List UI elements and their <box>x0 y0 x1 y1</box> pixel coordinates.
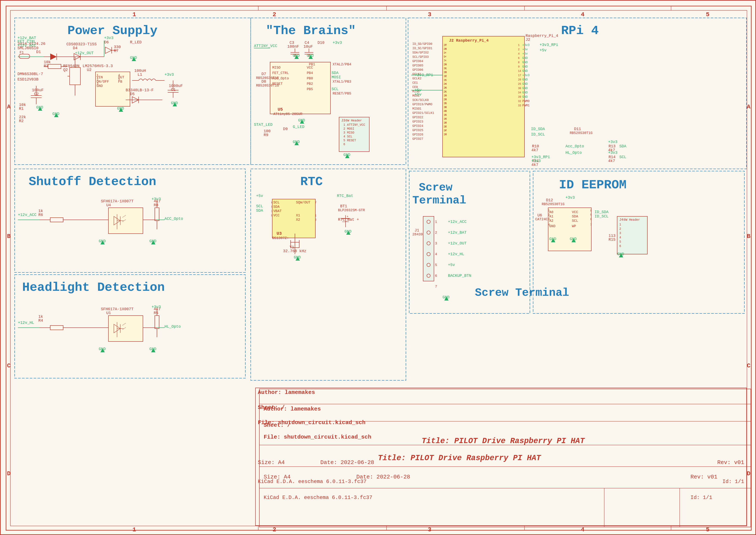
svg-text:VCC: VCC <box>273 213 280 217</box>
svg-rect-346 <box>251 169 406 380</box>
svg-text:MOSI: MOSI <box>412 94 420 98</box>
svg-text:C: C <box>7 362 11 369</box>
svg-rect-337 <box>155 316 159 328</box>
svg-text:PWMO: PWMO <box>522 99 530 103</box>
svg-text:1k: 1k <box>39 209 43 213</box>
svg-text:+3v3_RPi: +3v3_RPi <box>540 43 558 47</box>
svg-text:RPi 4: RPi 4 <box>561 24 599 38</box>
svg-text:5: 5 <box>706 11 710 18</box>
svg-text:R13: R13 <box>608 144 615 149</box>
svg-text:Y1: Y1 <box>289 245 294 249</box>
title-block-container: Author: lamemakes Sheet: / File: shutdow… <box>255 388 747 526</box>
svg-text:CE1: CE1 <box>412 81 418 85</box>
title-block-sheet: Sheet: / <box>258 404 285 411</box>
svg-rect-57 <box>48 64 61 69</box>
svg-text:1: 1 <box>96 73 98 77</box>
svg-text:GPIO06: GPIO06 <box>412 68 423 71</box>
svg-text:C4: C4 <box>305 41 309 45</box>
svg-text:+5v: +5v <box>256 194 263 198</box>
main-title-value: PILOT Drive Raspberry PI HAT <box>454 436 585 445</box>
svg-text:15: 15 <box>444 114 447 117</box>
svg-text:3: 3 <box>428 526 432 533</box>
svg-text:×: × <box>445 121 446 125</box>
svg-marker-111 <box>54 113 58 117</box>
svg-text:+12v_OUT: +12v_OUT <box>75 51 94 55</box>
svg-text:R14: R14 <box>608 155 615 159</box>
svg-text:GCLK2: GCLK2 <box>412 77 421 80</box>
svg-marker-113 <box>119 108 123 112</box>
svg-text:+12v_BAT: +12v_BAT <box>448 230 467 235</box>
svg-marker-324 <box>114 324 120 333</box>
svg-text:×: × <box>445 43 446 47</box>
svg-text:U4: U4 <box>106 203 111 207</box>
svg-text:X2: X2 <box>296 218 300 222</box>
svg-text:3: 3 <box>271 210 273 213</box>
svg-text:R9: R9 <box>264 133 268 137</box>
svg-text:GND: GND <box>522 78 528 81</box>
svg-text:+12v_HL: +12v_HL <box>18 321 34 325</box>
svg-text:GND: GND <box>149 347 156 351</box>
svg-rect-381 <box>291 242 299 248</box>
svg-text:VIN: VIN <box>96 75 103 79</box>
svg-text:GND: GND <box>52 112 59 116</box>
svg-text:RB520S30T1G: RB520S30T1G <box>256 84 279 88</box>
svg-text:100nF: 100nF <box>287 44 299 49</box>
svg-text:GND: GND <box>522 69 528 73</box>
svg-text:Q2: Q2 <box>63 68 68 72</box>
svg-text:1: 1 <box>133 11 136 18</box>
svg-text:GND: GND <box>298 118 305 123</box>
svg-text:D9: D9 <box>283 127 288 131</box>
svg-text:R10: R10 <box>532 144 539 149</box>
svg-text:11: 11 <box>444 79 447 82</box>
section-id-eeprom-title: ID EEPROM <box>1 1 2 1</box>
svg-rect-312 <box>155 208 159 221</box>
svg-rect-288 <box>15 169 245 272</box>
svg-text:Shutoff Detection: Shutoff Detection <box>29 175 156 189</box>
svg-text:X1: X1 <box>296 213 300 217</box>
svg-text:+3v3: +3v3 <box>333 41 342 45</box>
svg-text:1: 1 <box>518 44 520 47</box>
svg-text:C: C <box>747 362 751 369</box>
svg-text:GND: GND <box>117 106 124 111</box>
svg-text:×: × <box>445 98 446 101</box>
svg-rect-139 <box>270 62 331 114</box>
svg-text:RF9540N: RF9540N <box>63 64 80 68</box>
svg-text:×: × <box>445 78 446 82</box>
svg-text:19: 19 <box>444 94 447 97</box>
svg-text:PWM1: PWM1 <box>522 104 530 107</box>
svg-point-394 <box>427 231 430 234</box>
svg-text:33: 33 <box>518 104 521 107</box>
svg-text:×: × <box>445 94 446 97</box>
svg-text:F1: F1 <box>20 51 24 55</box>
svg-text:XTAL2/PB4: XTAL2/PB4 <box>333 63 351 67</box>
title-block-file: File: shutdown_circuit.kicad_sch <box>258 419 365 426</box>
svg-text:SCL: SCL <box>273 201 280 205</box>
svg-text:9: 9 <box>518 65 520 69</box>
svg-text:25: 25 <box>518 83 521 86</box>
svg-text:4k7: 4k7 <box>531 148 538 152</box>
svg-text:SDA/GPIO2: SDA/GPIO2 <box>412 51 429 54</box>
svg-line-327 <box>122 327 126 330</box>
svg-text:1k: 1k <box>39 315 43 319</box>
svg-text:×: × <box>445 59 446 62</box>
svg-text:SDA: SDA <box>332 71 339 75</box>
svg-text:D1: D1 <box>36 50 41 54</box>
svg-text:+3v3: +3v3 <box>522 43 530 47</box>
svg-text:×: × <box>445 105 446 109</box>
svg-text:ON/OFF: ON/OFF <box>96 80 109 84</box>
svg-text:MISO1: MISO1 <box>412 107 421 110</box>
svg-text:8: 8 <box>590 209 592 212</box>
svg-text:GPIO23: GPIO23 <box>412 120 423 124</box>
svg-text:2: 2 <box>273 526 276 533</box>
svg-text:1: 1 <box>133 526 136 533</box>
svg-text:HL_Opto: HL_Opto <box>565 151 582 155</box>
svg-text:ATtiny85-20SUR: ATtiny85-20SUR <box>273 112 303 116</box>
svg-text:R1: R1 <box>19 106 24 111</box>
svg-rect-68 <box>95 72 130 106</box>
svg-text:2: 2 <box>315 218 316 222</box>
svg-text:×: × <box>445 47 446 51</box>
svg-text:+12v_OUT: +12v_OUT <box>448 241 467 245</box>
svg-text:+12v_ACC: +12v_ACC <box>18 213 37 217</box>
svg-text:23: 23 <box>444 98 447 101</box>
svg-text:7: 7 <box>444 59 445 62</box>
